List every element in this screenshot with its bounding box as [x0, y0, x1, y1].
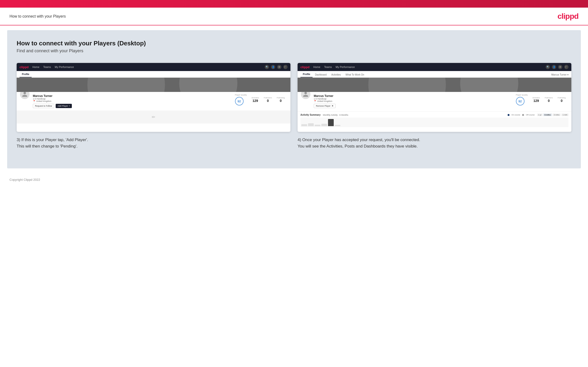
left-followers-stat: Followers 0	[264, 97, 272, 103]
page-breadcrumb: How to connect with your Players	[9, 14, 66, 18]
screenshots-row: clippd Home Teams My Performance 🔍 👤 ⚙ 🏴…	[17, 63, 571, 150]
left-nav-icons: 🔍 👤 ⚙ 🏴	[265, 65, 288, 69]
right-profile-section: Marcus Turner 1-5 Handicap 📍 United King…	[298, 92, 571, 110]
clippd-logo: clippd	[558, 12, 579, 21]
location-icon: 📍	[33, 100, 35, 102]
time-btn-3mths[interactable]: 3 mths	[553, 114, 561, 116]
chart-bar-1	[301, 124, 307, 126]
left-nav-performance[interactable]: My Performance	[55, 66, 74, 68]
right-tab-activities[interactable]: Activities	[329, 73, 343, 77]
right-nav-teams[interactable]: Teams	[324, 66, 332, 68]
left-action-buttons: Request to Follow Add Player +	[33, 104, 229, 108]
right-screen-mockup: clippd Home Teams My Performance 🔍 👤 ⚙ 🏴…	[298, 63, 571, 132]
left-profile-info: Marcus Turner 1-5 Handicap 📍 United King…	[33, 94, 229, 108]
chart-bar-3	[315, 125, 320, 126]
right-quality-label: Player Quality	[516, 94, 528, 96]
remove-player-button[interactable]: Remove Player ✕	[314, 104, 336, 108]
left-scroll-area: ✏	[17, 110, 290, 124]
chart-bar-4	[321, 124, 327, 126]
right-caption: 4) Once your Player has accepted your re…	[298, 137, 571, 150]
time-btn-1mth[interactable]: 1 mth	[561, 114, 569, 116]
right-tab-profile[interactable]: Profile	[300, 73, 312, 77]
right-profile-info: Marcus Turner 1-5 Handicap 📍 United King…	[314, 94, 510, 108]
right-navbar: clippd Home Teams My Performance 🔍 👤 ⚙ 🏴	[298, 63, 571, 71]
right-hero-image	[298, 78, 571, 92]
flag-icon[interactable]: 🏴	[283, 65, 288, 69]
right-location-icon: 📍	[314, 100, 316, 102]
left-screenshot-column: clippd Home Teams My Performance 🔍 👤 ⚙ 🏴…	[17, 63, 290, 150]
left-quality-stat: Player Quality 92	[235, 94, 247, 106]
right-activity-header: Activity Summary Monthly Activity · 6 Mo…	[300, 114, 569, 116]
on-course-label: On course	[511, 114, 520, 116]
left-following-stat: Following 0	[277, 97, 285, 103]
right-activity-title: Activity Summary	[300, 114, 320, 116]
chart-bar-2	[308, 123, 314, 126]
right-nav-icons: 🔍 👤 ⚙ 🏴	[546, 65, 569, 69]
left-player-country: 📍 United Kingdom	[33, 100, 229, 102]
left-nav-logo: clippd	[19, 65, 28, 69]
left-hero-image	[17, 78, 290, 92]
left-tabs: Profile	[17, 71, 290, 78]
right-chart-area	[300, 117, 569, 127]
left-navbar: clippd Home Teams My Performance 🔍 👤 ⚙ 🏴	[17, 63, 290, 71]
close-icon: ✕	[332, 105, 334, 107]
right-activity-period: Monthly Activity · 6 Months	[323, 114, 348, 116]
add-player-button[interactable]: Add Player +	[56, 104, 72, 108]
search-icon[interactable]: 🔍	[265, 65, 269, 69]
left-activities-stat: Activities 129	[251, 97, 259, 103]
right-following-stat: Following 0	[558, 97, 566, 103]
time-btn-1yr[interactable]: 1 yr	[537, 114, 543, 116]
left-tab-profile[interactable]: Profile	[19, 73, 32, 77]
left-hero-overlay	[17, 78, 290, 92]
right-flag-icon[interactable]: 🏴	[564, 65, 569, 69]
right-quality-stat: Player Quality 92	[516, 94, 528, 106]
off-course-legend-dot	[522, 114, 524, 116]
right-tab-what-to-work-on[interactable]: What To Work On	[343, 73, 367, 77]
right-player-handicap: 1-5 Handicap	[314, 98, 510, 100]
right-tabs: Profile Dashboard Activities What To Wor…	[298, 71, 571, 78]
right-player-name: Marcus Turner	[314, 94, 510, 98]
right-followers-stat: Followers 0	[545, 97, 553, 103]
right-player-country: 📍 United Kingdom	[314, 100, 510, 102]
right-nav-performance[interactable]: My Performance	[336, 66, 355, 68]
edit-icon: ✏	[152, 115, 155, 120]
copyright-text: Copyright Clippd 2022	[9, 178, 40, 182]
right-hero-overlay	[298, 78, 571, 92]
chart-bar-6	[335, 125, 340, 126]
top-bar	[0, 0, 588, 8]
main-content: How to connect with your Players (Deskto…	[7, 30, 581, 168]
right-tab-dashboard[interactable]: Dashboard	[312, 73, 329, 77]
page-heading: How to connect with your Players (Deskto…	[17, 40, 571, 47]
left-screen-mockup: clippd Home Teams My Performance 🔍 👤 ⚙ 🏴…	[17, 63, 290, 132]
right-activity-summary: Activity Summary Monthly Activity · 6 Mo…	[298, 111, 571, 129]
time-btn-6mths[interactable]: 6 mths	[543, 114, 552, 116]
request-to-follow-button[interactable]: Request to Follow	[33, 104, 54, 108]
footer: Copyright Clippd 2022	[0, 173, 588, 186]
plus-icon: +	[69, 105, 70, 107]
right-action-buttons: Remove Player ✕	[314, 104, 510, 108]
right-user-icon[interactable]: 👤	[552, 65, 556, 69]
right-settings-icon[interactable]: ⚙	[558, 65, 562, 69]
left-player-handicap: 1-5 Handicap	[33, 98, 229, 100]
left-quality-value: 92	[235, 97, 243, 106]
right-avatar-icon	[303, 91, 309, 97]
left-profile-section: Marcus Turner 1-5 Handicap 📍 United King…	[17, 92, 290, 110]
left-caption: 3) If this is your Player tap, 'Add Play…	[17, 137, 290, 150]
left-nav-teams[interactable]: Teams	[43, 66, 51, 68]
user-icon[interactable]: 👤	[271, 65, 275, 69]
right-user-dropdown[interactable]: Marcus Turner ▾	[551, 73, 569, 77]
left-player-name: Marcus Turner	[33, 94, 229, 98]
right-nav-home[interactable]: Home	[313, 66, 320, 68]
settings-icon[interactable]: ⚙	[277, 65, 281, 69]
left-stats-bar: Player Quality 92 Activities 129 Followe…	[232, 94, 288, 106]
right-screenshot-column: clippd Home Teams My Performance 🔍 👤 ⚙ 🏴…	[298, 63, 571, 150]
left-nav-home[interactable]: Home	[32, 66, 39, 68]
off-course-label: Off course	[526, 114, 535, 116]
header: How to connect with your Players clippd	[0, 8, 588, 25]
right-time-buttons: 1 yr 6 mths 3 mths 1 mth	[537, 114, 569, 116]
right-search-icon[interactable]: 🔍	[546, 65, 550, 69]
right-stats-bar: Player Quality 92 Activities 129 Followe…	[513, 94, 569, 106]
right-activities-stat: Activities 129	[532, 97, 540, 103]
right-nav-logo: clippd	[300, 65, 310, 69]
chart-bar-5	[328, 119, 334, 126]
